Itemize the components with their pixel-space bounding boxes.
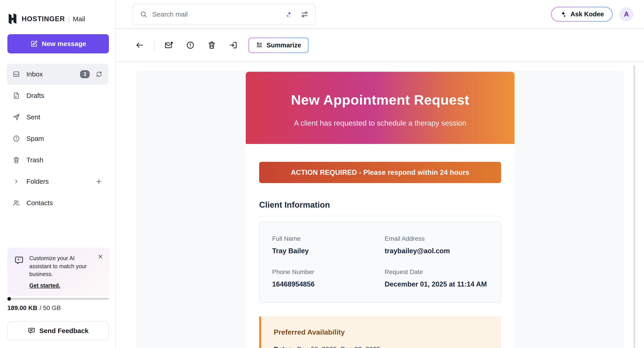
email-viewport: New Appointment Request A client has req… [136, 71, 624, 348]
top-bar: Ask Kodee A [116, 0, 644, 29]
send-icon [12, 113, 20, 121]
back-arrow-icon[interactable] [135, 41, 144, 50]
new-message-button[interactable]: New message [8, 34, 109, 53]
email-body: ACTION REQUIRED - Please respond within … [246, 144, 514, 348]
storage-progress-bar [8, 298, 109, 300]
send-feedback-button[interactable]: Send Feedback [8, 322, 109, 340]
report-spam-icon[interactable] [186, 41, 195, 50]
ai-assistant-promo-card: Customize your AI assistant to match you… [8, 248, 110, 296]
sidebar-item-label: Trash [26, 156, 44, 164]
search-input[interactable] [132, 3, 316, 25]
preferred-availability-card: Preferred Availability Dates:Dec 06, 202… [259, 317, 501, 348]
client-info-card: Full Name Tray Bailey Email Address tray… [259, 222, 501, 303]
hostinger-logo-icon [8, 13, 18, 25]
field-phone-number: Phone Number 16468954856 [272, 268, 376, 288]
trash-icon [12, 156, 20, 164]
summarize-button[interactable]: Summarize [248, 37, 308, 53]
get-started-link[interactable]: Get started. [29, 282, 60, 289]
field-request-date: Request Date December 01, 2025 at 11:14 … [384, 268, 488, 288]
chevron-right-icon [14, 179, 19, 184]
field-value: December 01, 2025 at 11:14 AM [384, 280, 488, 288]
storage-used: 189.00 KB [8, 305, 37, 311]
refresh-icon[interactable] [96, 71, 103, 78]
sidebar-item-spam[interactable]: Spam [7, 128, 108, 149]
brand-product: Mail [73, 15, 85, 23]
email-title: New Appointment Request [246, 92, 514, 108]
email-hero: New Appointment Request A client has req… [246, 72, 514, 144]
delete-icon[interactable] [207, 41, 216, 50]
availability-title: Preferred Availability [274, 328, 488, 336]
ai-search-sparkles-icon[interactable] [285, 10, 293, 18]
client-information-title: Client Information [259, 200, 501, 210]
summarize-label: Summarize [266, 41, 301, 49]
sidebar-item-inbox[interactable]: Inbox 3 [7, 64, 108, 84]
storage-usage: 189.00 KB/ 50 GB [8, 305, 61, 312]
search-filters-icon[interactable] [301, 10, 308, 18]
availability-dates-label: Dates: [274, 345, 294, 348]
ask-kodee-button[interactable]: Ask Kodee [551, 7, 613, 22]
sidebar-item-label: Sent [26, 113, 40, 121]
availability-dates: Dates:Dec 06, 2025, Dec 03, 2025 [274, 345, 488, 348]
drafts-icon [12, 92, 20, 99]
promo-text: Customize your AI assistant to match you… [29, 254, 92, 278]
toolbar-divider [154, 39, 154, 52]
mark-unread-icon[interactable] [164, 41, 173, 50]
email-subtitle: A client has requested to schedule a the… [246, 119, 514, 127]
message-toolbar: Summarize [116, 29, 644, 62]
field-full-name: Full Name Tray Bailey [272, 235, 376, 255]
search-icon [140, 10, 147, 18]
sidebar-item-sent[interactable]: Sent [7, 107, 108, 127]
kodee-icon [560, 11, 567, 18]
storage-quota: / 50 GB [40, 305, 61, 311]
inbox-icon [12, 70, 20, 78]
add-folder-icon[interactable] [95, 178, 103, 185]
sidebar-item-label: Drafts [26, 92, 44, 99]
message-actions [164, 41, 238, 50]
field-label: Full Name [272, 235, 376, 242]
email-card: New Appointment Request A client has req… [246, 72, 514, 348]
ai-assistant-icon [14, 255, 24, 278]
send-feedback-label: Send Feedback [39, 327, 88, 335]
summarize-icon [256, 41, 263, 49]
sidebar-item-label: Folders [26, 178, 49, 185]
sidebar-nav: Inbox 3 Drafts [7, 64, 108, 213]
contacts-icon [12, 199, 20, 207]
sidebar-item-label: Spam [26, 135, 44, 142]
field-value: traybailey@aol.com [384, 247, 488, 255]
compose-icon [30, 40, 38, 48]
sidebar-item-contacts[interactable]: Contacts [7, 192, 108, 213]
sidebar-item-folders[interactable]: Folders [7, 171, 108, 192]
inbox-unread-badge: 3 [80, 70, 90, 78]
field-email-address: Email Address traybailey@aol.com [384, 235, 488, 255]
sidebar-item-label: Contacts [26, 199, 53, 207]
section-divider [259, 216, 501, 216]
sidebar-item-drafts[interactable]: Drafts [7, 85, 108, 106]
search-mail-field[interactable] [152, 10, 280, 18]
brand-name: HOSTINGER [22, 15, 65, 23]
field-value: Tray Bailey [272, 247, 376, 255]
sidebar-item-trash[interactable]: Trash [7, 150, 108, 170]
feedback-icon [28, 327, 35, 335]
brand: HOSTINGER | Mail [8, 13, 115, 25]
sidebar: HOSTINGER | Mail New message [0, 0, 116, 348]
scrollbar[interactable] [634, 65, 635, 348]
field-label: Request Date [384, 268, 488, 276]
storage-used-indicator [8, 297, 11, 301]
spam-icon [12, 135, 20, 142]
sidebar-item-label: Inbox [26, 70, 43, 78]
message-view: New Appointment Request A client has req… [116, 62, 644, 348]
field-label: Email Address [384, 235, 488, 242]
avatar[interactable]: A [620, 7, 634, 21]
move-to-folder-icon[interactable] [229, 41, 238, 50]
new-message-label: New message [42, 40, 86, 48]
action-required-banner: ACTION REQUIRED - Please respond within … [259, 162, 501, 183]
field-label: Phone Number [272, 268, 376, 276]
main-area: Ask Kodee A [116, 0, 644, 348]
ask-kodee-label: Ask Kodee [570, 10, 604, 18]
availability-dates-value: Dec 06, 2025, Dec 03, 2025 [297, 345, 380, 348]
close-icon[interactable] [97, 254, 104, 260]
brand-separator: | [68, 15, 70, 22]
field-value: 16468954856 [272, 280, 376, 288]
app-window: HOSTINGER | Mail New message [0, 0, 644, 348]
